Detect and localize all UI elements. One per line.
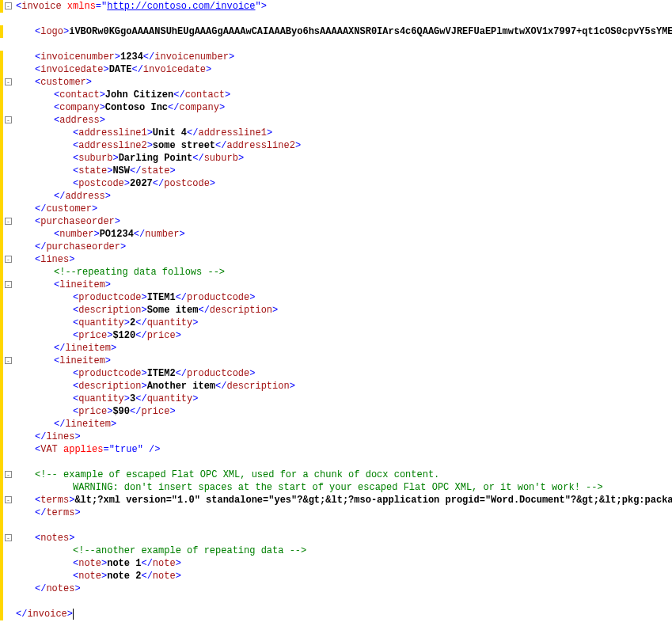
code-line[interactable]: <description>Some item</description> <box>16 304 672 317</box>
change-marker <box>0 51 3 215</box>
fold-toggle[interactable]: - <box>5 496 12 503</box>
code-line[interactable]: <logo>iVBORw0KGgoAAAANSUhEUgAAAGgAAAAwCA… <box>16 25 672 38</box>
logo-value: iVBORw0KGgoAAAANSUhEUgAAAGgAAAAwCAIAAABy… <box>69 26 672 37</box>
change-marker <box>0 25 3 38</box>
code-line[interactable]: </customer> <box>16 203 672 215</box>
code-line[interactable]: </lines> <box>16 431 672 443</box>
code-line[interactable]: -<customer> <box>16 76 672 89</box>
code-line[interactable]: -<lines> <box>16 253 672 266</box>
code-line[interactable]: </purchaseorder> <box>16 241 672 253</box>
code-line[interactable]: <VAT applies="true" /> <box>16 443 672 456</box>
fold-toggle[interactable]: - <box>5 256 12 263</box>
code-line[interactable]: -<purchaseorder> <box>16 215 672 228</box>
code-line[interactable]: -<lineitem> <box>16 355 672 367</box>
code-line[interactable]: -<address> <box>16 114 672 127</box>
code-line[interactable]: </terms> <box>16 506 672 519</box>
change-marker <box>0 215 3 481</box>
code-line[interactable]: -<invoice xmlns="http://contoso.com/invo… <box>16 0 672 13</box>
fold-toggle[interactable]: - <box>5 218 12 225</box>
code-line[interactable]: WARNING: don't insert spaces at the star… <box>16 481 672 494</box>
code-line[interactable]: </lineitem> <box>16 418 672 431</box>
code-line[interactable]: <price>$90</price> <box>16 405 672 418</box>
code-line[interactable]: <state>NSW</state> <box>16 165 672 177</box>
fold-toggle[interactable]: - <box>5 534 12 541</box>
code-line[interactable]: <suburb>Darling Point</suburb> <box>16 152 672 165</box>
code-line[interactable]: </invoice> <box>16 608 672 620</box>
code-line[interactable]: <productcode>ITEM1</productcode> <box>16 291 672 304</box>
change-marker <box>0 481 3 544</box>
fold-toggle[interactable]: - <box>5 78 12 85</box>
xmlns-url[interactable]: http://contoso.com/invoice <box>107 1 255 12</box>
text-cursor <box>73 609 74 620</box>
code-line[interactable]: <company>Contoso Inc</company> <box>16 101 672 114</box>
fold-toggle[interactable]: - <box>5 357 12 364</box>
code-line[interactable]: </address> <box>16 190 672 203</box>
code-line[interactable]: <description>Another item</description> <box>16 380 672 393</box>
code-line[interactable]: </lineitem> <box>16 342 672 355</box>
code-line[interactable]: <addressline2>some street</addressline2> <box>16 139 672 152</box>
code-line[interactable]: </notes> <box>16 582 672 595</box>
fold-toggle[interactable]: - <box>5 471 12 478</box>
fold-toggle[interactable]: - <box>5 2 12 9</box>
code-line[interactable]: <productcode>ITEM2</productcode> <box>16 367 672 380</box>
code-line[interactable]: <invoicenumber>1234</invoicenumber> <box>16 51 672 63</box>
gutter <box>0 0 16 626</box>
code-line[interactable]: <postcode>2027</postcode> <box>16 177 672 190</box>
xml-editor[interactable]: -<invoice xmlns="http://contoso.com/invo… <box>0 0 672 626</box>
change-marker <box>0 0 3 13</box>
code-line[interactable]: <contact>John Citizen</contact> <box>16 89 672 101</box>
fold-toggle[interactable]: - <box>5 116 12 123</box>
code-line[interactable]: <number>PO1234</number> <box>16 228 672 241</box>
change-marker <box>0 544 3 620</box>
code-line[interactable]: <price>$120</price> <box>16 329 672 342</box>
code-line[interactable]: <invoicedate>DATE</invoicedate> <box>16 63 672 76</box>
code-area[interactable]: -<invoice xmlns="http://contoso.com/invo… <box>16 0 672 626</box>
code-line[interactable]: <!--another example of repeating data --… <box>16 544 672 557</box>
code-line[interactable]: -<notes> <box>16 532 672 544</box>
code-line[interactable]: -<terms>&lt;?xml version="1.0" standalon… <box>16 494 672 506</box>
code-line[interactable]: <note>note 2</note> <box>16 570 672 582</box>
code-line[interactable]: -<!-- example of escaped Flat OPC XML, u… <box>16 469 672 481</box>
fold-toggle[interactable]: - <box>5 281 12 288</box>
code-line[interactable]: <quantity>2</quantity> <box>16 317 672 329</box>
code-line[interactable]: <quantity>3</quantity> <box>16 393 672 405</box>
code-line[interactable]: <!--repeating data follows --> <box>16 266 672 279</box>
code-line[interactable]: -<lineitem> <box>16 279 672 291</box>
terms-value: &lt;?xml version="1.0" standalone="yes"?… <box>74 495 672 506</box>
code-line[interactable]: <note>note 1</note> <box>16 557 672 570</box>
code-line[interactable]: <addressline1>Unit 4</addressline1> <box>16 127 672 139</box>
